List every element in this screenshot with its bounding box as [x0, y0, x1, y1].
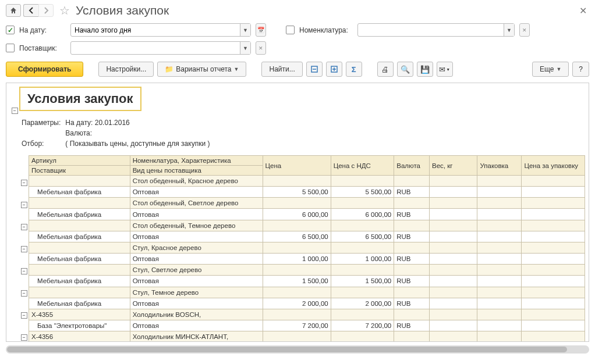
- nomenclature-input[interactable]: [358, 26, 504, 34]
- date-dropdown-icon[interactable]: ▼: [240, 24, 250, 36]
- th-price: Цена: [263, 156, 331, 176]
- table-row: Стол обеденный, Темное дерево: [29, 220, 585, 231]
- nomenclature-label: Номенклатура:: [299, 26, 353, 34]
- preview-icon[interactable]: 🔍: [397, 62, 413, 77]
- th-price-vat: Цена с НДС: [331, 156, 394, 176]
- tree-toggle[interactable]: −: [21, 290, 27, 297]
- home-button[interactable]: [6, 4, 21, 17]
- table-row: Мебельная фабрикаОптовая1 000,001 000,00…: [29, 254, 585, 265]
- table-row: Мебельная фабрикаОптовая5 500,005 500,00…: [29, 187, 585, 198]
- nomenclature-dropdown-icon[interactable]: ▼: [504, 24, 514, 36]
- table-row: Мебельная фабрикаОптовая6 500,006 500,00…: [29, 231, 585, 242]
- th-currency: Валюта: [394, 156, 430, 176]
- table-row: X-4356Холодильник МИНСК-АТЛАНТ,: [29, 331, 585, 342]
- generate-button[interactable]: Сформировать: [6, 62, 83, 77]
- supplier-clear-icon[interactable]: [256, 41, 266, 55]
- tree-toggle[interactable]: −: [21, 334, 27, 341]
- supplier-checkbox[interactable]: [6, 44, 15, 52]
- tree-toggle[interactable]: −: [21, 246, 27, 252]
- table-row: Стол обеденный, Красное дерево: [29, 176, 585, 187]
- favorite-star-icon[interactable]: ☆: [59, 3, 70, 17]
- horizontal-scrollbar[interactable]: [6, 345, 589, 354]
- th-article: Артикул: [29, 156, 130, 166]
- date-input[interactable]: [71, 26, 240, 34]
- sum-icon[interactable]: Σ: [346, 62, 362, 77]
- data-table: Артикул Номенклатура, Характеристика Цен…: [29, 155, 585, 342]
- settings-button[interactable]: Настройки...: [98, 62, 154, 77]
- supplier-combo[interactable]: ▼: [70, 41, 251, 55]
- report-params: Параметры: На дату: 20.01.2016 Валюта: О…: [20, 117, 214, 149]
- nomenclature-clear-icon[interactable]: [519, 23, 530, 37]
- forward-button[interactable]: [38, 4, 54, 17]
- tree-toggle[interactable]: −: [21, 224, 27, 230]
- expand-icon[interactable]: [306, 62, 323, 77]
- collapse-icon[interactable]: [326, 62, 342, 77]
- back-button[interactable]: [23, 4, 38, 17]
- table-row: База "Электротовары"Оптовая7 200,007 200…: [29, 320, 585, 331]
- email-icon[interactable]: ✉▼: [437, 62, 453, 77]
- chevron-down-icon: ▼: [556, 66, 561, 72]
- table-row: Стул, Светлое дерево: [29, 265, 585, 276]
- table-row: X-4355Холодильник BOSCH,: [29, 309, 585, 320]
- th-nomenclature: Номенклатура, Характеристика: [130, 156, 263, 166]
- nomenclature-checkbox[interactable]: [286, 26, 295, 34]
- date-combo[interactable]: ▼: [70, 23, 251, 37]
- tree-toggle-root[interactable]: −: [12, 108, 18, 114]
- supplier-input[interactable]: [71, 44, 240, 52]
- print-icon[interactable]: 🖨: [377, 62, 394, 77]
- calendar-icon[interactable]: [256, 23, 266, 37]
- scrollbar-thumb[interactable]: [7, 347, 567, 352]
- report-viewport[interactable]: − Условия закупок Параметры: На дату: 20…: [6, 83, 589, 342]
- folder-icon: 📁: [165, 65, 173, 73]
- table-row: Мебельная фабрикаОптовая1 500,001 500,00…: [29, 276, 585, 287]
- table-row: Мебельная фабрикаОптовая2 000,002 000,00…: [29, 298, 585, 309]
- th-package: Упаковка: [477, 156, 522, 176]
- report-variants-button[interactable]: 📁 Варианты отчета ▼: [157, 62, 246, 77]
- date-checkbox[interactable]: [6, 26, 15, 34]
- th-price-type: Вид цены поставщика: [130, 166, 263, 176]
- close-icon[interactable]: ✕: [577, 5, 589, 16]
- tree-toggle[interactable]: −: [21, 268, 27, 274]
- tree-toggle[interactable]: −: [21, 202, 27, 208]
- th-weight: Вес, кг: [430, 156, 477, 176]
- th-price-pack: Цена за упаковку: [522, 156, 585, 176]
- table-row: Мебельная фабрикаОптовая6 000,006 000,00…: [29, 209, 585, 220]
- page-title: Условия закупок: [76, 3, 169, 17]
- table-row: Стол обеденный, Светлое дерево: [29, 198, 585, 209]
- tree-toggle[interactable]: −: [21, 180, 27, 186]
- more-button[interactable]: Еще ▼: [532, 62, 569, 77]
- report-title: Условия закупок: [19, 87, 141, 111]
- nomenclature-combo[interactable]: ▼: [357, 23, 515, 37]
- date-label: На дату:: [19, 26, 66, 34]
- help-button[interactable]: ?: [572, 62, 589, 77]
- table-row: Стул, Темное дерево: [29, 287, 585, 298]
- table-row: Стул, Красное дерево: [29, 242, 585, 253]
- th-supplier: Поставщик: [29, 166, 130, 176]
- save-icon[interactable]: 💾: [417, 62, 433, 77]
- chevron-down-icon: ▼: [234, 66, 239, 72]
- tree-toggle[interactable]: −: [21, 312, 27, 319]
- supplier-label: Поставщик:: [19, 44, 66, 52]
- find-button[interactable]: Найти...: [261, 62, 302, 77]
- supplier-dropdown-icon[interactable]: ▼: [240, 42, 250, 54]
